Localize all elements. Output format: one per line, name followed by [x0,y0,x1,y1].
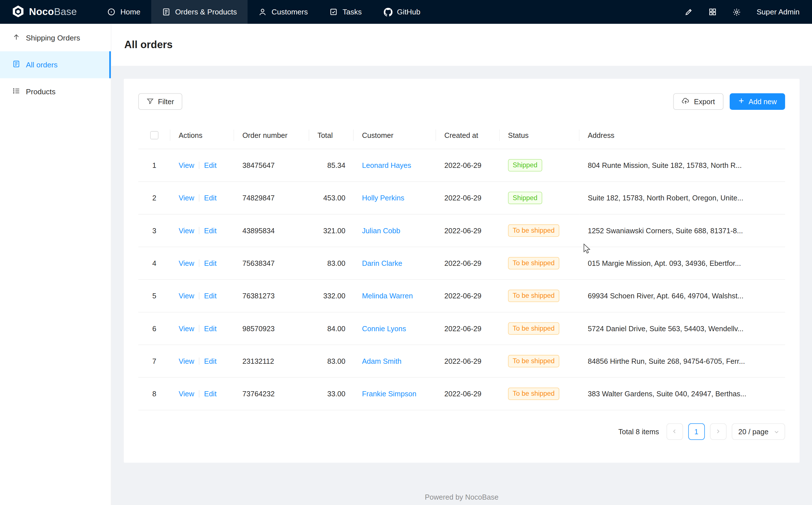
view-link[interactable]: View [179,194,194,202]
settings-gear-icon[interactable] [732,8,741,16]
status-cell: To be shipped [500,378,579,410]
orders-file-icon [12,60,20,69]
view-link[interactable]: View [179,161,194,170]
customer-link[interactable]: Adam Smith [362,357,401,365]
created-at-cell: 2022-06-29 [436,214,500,247]
order-number-cell: 75638347 [234,247,309,280]
chevron-down-icon [774,429,780,435]
nav-item-home[interactable]: Home [96,0,151,24]
status-badge: To be shipped [508,290,559,302]
orders-table: Actions Order number Total Customer Crea… [139,121,785,410]
nocobase-logo-icon [11,5,25,19]
app-root: NocoBase Home Orders & Products [0,0,812,505]
view-link[interactable]: View [179,292,194,300]
edit-link[interactable]: Edit [204,226,217,235]
action-divider [199,162,200,169]
nav-item-customers[interactable]: Customers [248,0,319,24]
customer-link[interactable]: Julian Cobb [362,226,400,235]
view-link[interactable]: View [179,357,194,365]
sidebar-item-products[interactable]: Products [0,78,111,105]
pagination: Total 8 items 1 [139,424,785,440]
customer-cell: Frankie Simpson [354,378,436,410]
view-link[interactable]: View [179,259,194,268]
table-row: 2 ViewEdit 74829847 453.00 Holly Perkins… [139,182,785,214]
view-link[interactable]: View [179,226,194,235]
order-number-cell: 38475647 [234,149,309,182]
action-divider [199,358,200,365]
nav-item-github[interactable]: GitHub [372,0,431,24]
page-number-button[interactable]: 1 [688,424,705,440]
nav-label: Orders & Products [175,8,237,16]
customer-link[interactable]: Frankie Simpson [362,390,416,398]
export-button[interactable]: Export [673,93,724,110]
filter-button[interactable]: Filter [139,93,183,110]
edit-link[interactable]: Edit [204,324,217,333]
pagination-total: Total 8 items [618,428,659,436]
status-badge: Shipped [508,192,542,204]
row-index: 6 [139,312,170,345]
edit-link[interactable]: Edit [204,259,217,268]
ui-editor-pen-icon[interactable] [685,8,693,16]
table-row: 5 ViewEdit 76381273 332.00 Melinda Warre… [139,280,785,312]
status-cell: Shipped [500,149,579,182]
select-all-checkbox[interactable] [150,131,159,140]
address-cell: 804 Runte Mission, Suite 182, 15783, Nor… [579,149,785,182]
customer-link[interactable]: Darin Clarke [362,259,402,268]
customer-link[interactable]: Melinda Warren [362,292,413,300]
table-row: 1 ViewEdit 38475647 85.34 Leonard Hayes … [139,149,785,182]
status-badge: To be shipped [508,388,559,400]
plugins-blocks-icon[interactable] [709,8,717,16]
prev-page-button[interactable] [666,424,683,440]
address-cell: 5724 Daniel Drive, Suite 563, 54403, Wen… [579,312,785,345]
table-row: 8 ViewEdit 73764232 33.00 Frankie Simpso… [139,378,785,410]
row-actions: ViewEdit [170,280,234,312]
total-cell: 321.00 [309,214,354,247]
row-actions: ViewEdit [170,247,234,280]
brand-logo[interactable]: NocoBase [0,5,88,19]
page-size-select[interactable]: 20 / page [732,424,785,440]
edit-link[interactable]: Edit [204,194,217,202]
orders-card: Filter Export [123,79,800,463]
customer-cell: Darin Clarke [354,247,436,280]
edit-link[interactable]: Edit [204,390,217,398]
top-navbar: NocoBase Home Orders & Products [0,0,812,24]
nav-item-tasks[interactable]: Tasks [319,0,373,24]
chevron-right-icon [715,428,721,436]
table-toolbar: Filter Export [139,93,785,110]
row-actions: ViewEdit [170,378,234,410]
created-at-cell: 2022-06-29 [436,378,500,410]
view-link[interactable]: View [179,390,194,398]
column-header-customer: Customer [354,121,436,149]
row-index: 1 [139,149,170,182]
chevron-left-icon [672,428,677,436]
address-cell: 69934 Schoen River, Apt. 646, 49704, Wal… [579,280,785,312]
add-new-button[interactable]: Add new [729,93,785,110]
sidebar-item-all-orders[interactable]: All orders [0,51,111,78]
customer-link[interactable]: Holly Perkins [362,194,404,202]
view-link[interactable]: View [179,324,194,333]
customer-link[interactable]: Connie Lyons [362,324,406,333]
customer-cell: Melinda Warren [354,280,436,312]
sidebar: Shipping Orders All orders Products [0,24,111,505]
row-index: 3 [139,214,170,247]
sidebar-item-shipping-orders[interactable]: Shipping Orders [0,24,111,51]
edit-link[interactable]: Edit [204,357,217,365]
footer: Powered by NocoBase [111,481,812,505]
user-menu[interactable]: Super Admin [757,8,800,16]
arrow-up-icon [12,33,20,42]
edit-link[interactable]: Edit [204,161,217,170]
page-size-value: 20 / page [738,428,768,436]
next-page-button[interactable] [710,424,727,440]
customer-cell: Leonard Hayes [354,149,436,182]
row-index: 4 [139,247,170,280]
edit-link[interactable]: Edit [204,292,217,300]
brand-name: NocoBase [29,6,77,18]
customer-link[interactable]: Leonard Hayes [362,161,411,170]
row-actions: ViewEdit [170,149,234,182]
total-cell: 332.00 [309,280,354,312]
action-divider [199,194,200,202]
total-cell: 33.00 [309,378,354,410]
nav-label: Customers [272,8,308,16]
nav-item-orders-products[interactable]: Orders & Products [152,0,248,24]
row-actions: ViewEdit [170,182,234,214]
